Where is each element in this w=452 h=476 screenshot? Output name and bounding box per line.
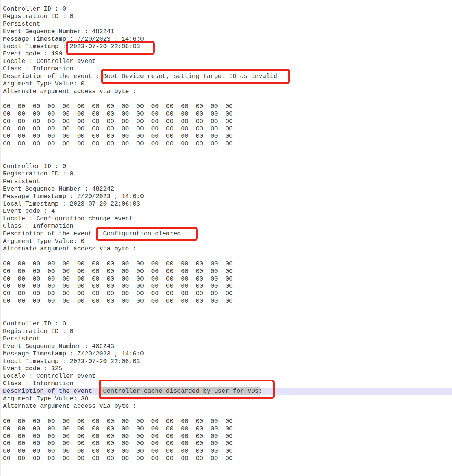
persistent-line: Persistent: [3, 335, 452, 343]
hex-row: 00 00 00 00 00 00 00 00 00 00 00 00 00 0…: [3, 455, 452, 462]
blank-line: [3, 95, 452, 103]
message-timestamp-line: Message Timestamp : 7/20/2023 ; 14:6:0: [3, 35, 452, 43]
hex-row: 00 00 00 00 00 00 00 00 00 00 00 00 00 0…: [3, 425, 452, 433]
event-sequence-line: Event Sequence Number : 482243: [3, 343, 452, 350]
locale-line: Locale : Controller event: [3, 372, 452, 380]
selected-text: Controller cache discarded by user for V…: [101, 387, 260, 395]
blank-line: [3, 313, 452, 320]
registration-id-line: Registration ID : 0: [3, 13, 452, 20]
hex-row: 00 00 00 00 00 00 00 00 00 00 00 00 00 0…: [3, 290, 452, 298]
blank-line: [3, 155, 452, 163]
locale-line: Locale : Configuration change event: [3, 215, 452, 223]
hex-row: 00 00 00 00 00 00 00 00 00 00 00 00 00 0…: [3, 275, 452, 283]
event-block: Controller ID : 0 Registration ID : 0 Pe…: [3, 5, 452, 163]
description-line-highlighted: Description of the event Controller cach…: [0, 388, 452, 395]
local-timestamp-label: Local Timestamp :: [3, 358, 70, 365]
hex-row: 00 00 00 00 00 00 00 00 00 00 00 00 00 0…: [3, 118, 452, 125]
blank-line: [3, 410, 452, 418]
alternate-argument-line: Alternate argument access via byte :: [3, 245, 452, 253]
hex-row: 00 00 00 00 00 00 00 00 00 00 00 00 00 0…: [3, 433, 452, 440]
event-sequence-line: Event Sequence Number : 482242: [3, 185, 452, 193]
description-line: Description of the event : Boot Device r…: [3, 73, 452, 80]
hex-row: 00 00 00 00 00 00 00 00 00 00 00 00 00 0…: [3, 260, 452, 268]
local-timestamp-annotation-box: 2023-07-20 22:06:03: [70, 43, 140, 50]
argument-type-line: Argument Type Value: 30: [3, 395, 452, 403]
event-log-output: Controller ID : 0 Registration ID : 0 Pe…: [3, 5, 452, 462]
description-annotation-box: Controller cache discarded by user for V…: [103, 388, 263, 395]
event-code-line: Event code : 325: [3, 365, 452, 372]
hex-row: 00 00 00 00 00 00 00 00 00 00 00 00 00 0…: [3, 103, 452, 110]
local-timestamp-label: Local Timestamp :: [3, 200, 70, 207]
event-sequence-line: Event Sequence Number : 482241: [3, 28, 452, 35]
description-label: Description of the event :: [3, 73, 103, 80]
hex-row: 00 00 00 00 00 00 00 00 00 00 00 00 00 0…: [3, 282, 452, 290]
local-timestamp-value: 2023-07-20 22:06:03: [70, 200, 140, 207]
local-timestamp-value: 2023-07-20 22:06:03: [70, 358, 140, 365]
description-label: Description of the event: [3, 388, 103, 395]
hex-row: 00 00 00 00 00 00 00 00 00 00 00 00 00 0…: [3, 298, 452, 305]
message-timestamp-line: Message Timestamp : 7/20/2023 ; 14:6:0: [3, 350, 452, 358]
hex-row: 00 00 00 00 00 00 00 00 00 00 00 00 00 0…: [3, 440, 452, 447]
local-timestamp-label: Local Timestamp :: [3, 43, 70, 50]
description-annotation-box: Configuration cleared: [103, 230, 181, 237]
description-annotation-box: Boot Device reset, setting target ID as …: [103, 73, 277, 80]
blank-line: [3, 148, 452, 155]
persistent-line: Persistent: [3, 20, 452, 28]
controller-id-line: Controller ID : 0: [3, 320, 452, 328]
argument-type-line: Argument Type Value: 0: [3, 80, 452, 88]
local-timestamp-line: Local Timestamp : 2023-07-20 22:06:03: [3, 358, 452, 365]
alternate-argument-line: Alternate argument access via byte :: [3, 88, 452, 95]
registration-id-line: Registration ID : 0: [3, 170, 452, 178]
argument-type-line: Argument Type Value: 0: [3, 238, 452, 245]
hex-row: 00 00 00 00 00 00 00 00 00 00 00 00 00 0…: [3, 140, 452, 148]
event-code-line: Event code : 4: [3, 207, 452, 215]
event-block: Controller ID : 0 Registration ID : 0 Pe…: [3, 320, 452, 462]
blank-line: [3, 305, 452, 313]
controller-id-line: Controller ID : 0: [3, 163, 452, 170]
event-code-line: Event code : 499: [3, 50, 452, 58]
local-timestamp-line: Local Timestamp : 2023-07-20 22:06:03: [3, 200, 452, 208]
class-line: Class : Information: [3, 65, 452, 73]
hex-row: 00 00 00 00 00 00 00 00 00 00 00 00 00 0…: [3, 125, 452, 133]
controller-id-line: Controller ID : 0: [3, 5, 452, 13]
alternate-argument-line: Alternate argument access via byte :: [3, 403, 452, 410]
event-block: Controller ID : 0 Registration ID : 0 Pe…: [3, 163, 452, 320]
description-label: Description of the event: [3, 230, 103, 237]
registration-id-line: Registration ID : 0: [3, 328, 452, 335]
description-suffix: :: [259, 388, 263, 395]
hex-row: 00 00 00 00 00 00 00 00 00 00 00 00 00 0…: [3, 133, 452, 140]
hex-row: 00 00 00 00 00 00 00 00 00 00 00 00 00 0…: [3, 418, 452, 425]
local-timestamp-line: Local Timestamp : 2023-07-20 22:06:03: [3, 43, 452, 50]
class-line: Class : Information: [3, 223, 452, 230]
hex-row: 00 00 00 00 00 00 00 00 00 00 00 00 00 0…: [3, 447, 452, 455]
hex-row: 00 00 00 00 00 00 00 00 00 00 00 00 00 0…: [3, 110, 452, 118]
class-line: Class : Information: [3, 380, 452, 388]
locale-line: Locale : Controller event: [3, 58, 452, 65]
persistent-line: Persistent: [3, 178, 452, 185]
blank-line: [3, 253, 452, 260]
left-edge-strip: [0, 0, 1, 476]
message-timestamp-line: Message Timestamp : 7/20/2023 ; 14:6:0: [3, 193, 452, 200]
description-line: Description of the event Configuration c…: [3, 230, 452, 238]
hex-row: 00 00 00 00 00 00 00 00 00 00 00 00 00 0…: [3, 268, 452, 275]
